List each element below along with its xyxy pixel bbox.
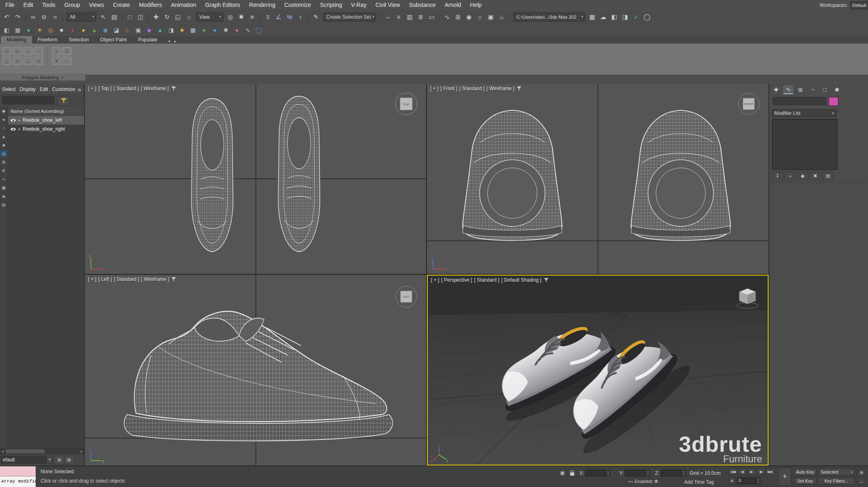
next-frame-button[interactable]: |▶ (757, 468, 765, 475)
key-filters-button[interactable]: Key Filters... (818, 477, 855, 485)
explorer-preset-dropdown[interactable]: efault ▾ (1, 456, 53, 463)
se-helper-filter-icon[interactable]: ◇ (1, 151, 7, 157)
layout-split-icon[interactable]: ◧ (1, 25, 12, 35)
explorer-menu-item[interactable]: Select (0, 86, 17, 92)
select-and-place-icon[interactable]: ⌂ (183, 12, 194, 22)
viewport-renderer-menu[interactable]: [ Standard ] (474, 277, 499, 283)
zoom-icon[interactable]: ⊕ (857, 469, 866, 476)
enabled-indicator[interactable]: ◂ ▸ Enabled: (628, 479, 658, 484)
ribbon-mini-button[interactable]: ○ (24, 47, 32, 55)
viewport-pov-menu[interactable]: [ Front ] (440, 86, 457, 91)
window-crossing-icon[interactable]: ◫ (135, 12, 146, 22)
modify-tab[interactable]: ∿ (783, 85, 793, 94)
y-coordinate-field[interactable]: ▴▾ (625, 470, 650, 476)
capsule-icon[interactable]: ◗ (67, 25, 78, 35)
reference-coordinate-dropdown[interactable]: View (196, 13, 223, 22)
ribbon-tab[interactable]: Selection (63, 36, 94, 43)
use-pivot-center-icon[interactable]: ◎ (225, 12, 236, 22)
keyboard-override-icon[interactable]: # (247, 12, 258, 22)
viewport-general-menu[interactable]: [ + ] (431, 277, 439, 283)
select-and-link-icon[interactable]: ∞ (28, 12, 39, 22)
set-key-button[interactable]: Set Key (794, 477, 816, 485)
sunlight-icon[interactable]: ☀ (34, 25, 45, 35)
render-cloud-icon[interactable]: ☁ (598, 12, 609, 22)
show-end-result-icon[interactable]: ≈ (784, 172, 796, 180)
spinner[interactable]: ▴▾ (606, 470, 610, 476)
rendered-frame-icon[interactable]: ▣ (485, 12, 496, 22)
ribbon-toggle-icon[interactable]: ▭ (426, 12, 437, 22)
viewport-shading-menu[interactable]: [ Wireframe ] (487, 86, 515, 91)
gold-sphere-icon[interactable]: ● (78, 25, 89, 35)
viewcube[interactable]: TOP (393, 91, 419, 117)
workspace-selector[interactable]: Default (850, 1, 868, 9)
viewport-splitter-horizontal[interactable] (85, 274, 769, 275)
viewcube[interactable] (733, 284, 762, 313)
pin-stack-icon[interactable]: ↧ (772, 172, 783, 180)
per-view-filter-icon[interactable] (544, 278, 549, 282)
teapot-icon[interactable]: ♨ (122, 25, 133, 35)
ribbon-tab[interactable]: Populate (132, 36, 163, 43)
curve-editor-icon[interactable]: ∿ (442, 12, 452, 22)
menu-item[interactable]: File (1, 0, 19, 10)
redo-icon[interactable]: ↷ (12, 12, 23, 22)
se-layer-filter-icon[interactable]: ≣ (1, 168, 7, 174)
motion-tab[interactable]: ◔ (808, 85, 818, 94)
visibility-eye-icon[interactable] (11, 118, 16, 123)
edit-selection-sets-icon[interactable]: ✎ (310, 12, 321, 22)
viewport-renderer-menu[interactable]: [ Standard ] (114, 86, 139, 91)
per-view-filter-icon[interactable] (517, 86, 521, 91)
scroll-right-icon[interactable]: ▸ (79, 449, 84, 454)
per-view-filter-icon[interactable] (172, 277, 176, 281)
schematic-view-icon[interactable]: ⊞ (452, 12, 463, 22)
create-tab[interactable]: ✚ (771, 85, 781, 94)
viewport-left[interactable]: [ + ] [ Left ] [ Standard ] [ Wireframe … (85, 275, 426, 465)
undo-icon[interactable]: ↶ (1, 12, 12, 22)
ribbon-pin-icon[interactable]: ◂ (166, 39, 172, 43)
wave-icon[interactable]: ∿ (242, 25, 253, 35)
menu-item[interactable]: Arnold (440, 0, 465, 10)
percent-snap-icon[interactable]: % (284, 12, 295, 22)
cone-icon[interactable]: ▲ (155, 25, 166, 35)
angle-snap-icon[interactable]: ∠ (273, 12, 284, 22)
search-input[interactable] (2, 96, 54, 104)
clapper-icon[interactable]: ◨ (166, 25, 177, 35)
ribbon-tab[interactable]: Object Paint (95, 36, 132, 43)
ribbon-minimize-icon[interactable]: ▴ (172, 39, 178, 43)
ribbon-mini-button[interactable]: ∿ (13, 57, 22, 65)
listener-line[interactable]: Array modifier (0, 476, 36, 487)
viewport-general-menu[interactable]: [ + ] (88, 276, 96, 282)
workspace-layout-icon[interactable]: ◨ (620, 12, 631, 22)
explorer-menu-item[interactable]: Display (17, 86, 37, 92)
viewport-top[interactable]: [ + ] [ Top ] [ Standard ] [ Wireframe ]… (85, 84, 426, 274)
state-sets-icon[interactable]: ◧ (609, 12, 620, 22)
globe-icon[interactable]: ◯ (253, 25, 264, 35)
macro-recorder-line[interactable] (0, 466, 36, 476)
spinner[interactable]: ▴▾ (756, 478, 760, 484)
hierarchy-tab[interactable]: ⊞ (795, 85, 806, 94)
per-view-filter-icon[interactable] (171, 86, 176, 91)
viewport-front[interactable]: [ + ] [ Front ] [ Standard ] [ Wireframe… (427, 84, 769, 274)
select-and-rotate-icon[interactable]: ↻ (162, 12, 172, 22)
layers-icon[interactable]: ≣ (54, 456, 64, 464)
camera-icon[interactable]: ▣ (133, 25, 144, 35)
filter-button[interactable] (58, 96, 69, 106)
menu-item[interactable]: Create (108, 0, 134, 10)
viewport-perspective[interactable]: [ + ] [ Perspective ] [ Standard ] [ Def… (427, 275, 769, 465)
blue-orb-icon[interactable]: ● (209, 25, 220, 35)
ribbon-mini-button[interactable]: ⋯ (34, 47, 43, 55)
menu-item[interactable]: V-Ray (347, 0, 371, 10)
configure-modifier-sets-icon[interactable]: ▤ (822, 172, 834, 180)
selection-set-dropdown[interactable]: Create Selection Set (323, 13, 376, 22)
star-icon[interactable]: ★ (177, 25, 187, 35)
transform-gizmo-toggle-icon[interactable]: ▦ (558, 469, 566, 476)
add-time-tag-button[interactable]: Add Time Tag (684, 479, 714, 485)
notification-icon[interactable]: ◯ (642, 12, 653, 22)
snaps-toggle-icon[interactable]: 3 (262, 12, 273, 22)
grid-display-icon[interactable]: ▦ (12, 25, 23, 35)
select-by-name-icon[interactable]: ▤ (109, 12, 120, 22)
viewport-renderer-menu[interactable]: [ Standard ] (114, 276, 139, 282)
utilities-tab[interactable]: ✱ (832, 85, 842, 94)
ribbon-tab[interactable]: Modeling (1, 36, 32, 43)
pin-button[interactable]: ↧ (62, 47, 71, 55)
menu-item[interactable]: Scripting (316, 0, 347, 10)
